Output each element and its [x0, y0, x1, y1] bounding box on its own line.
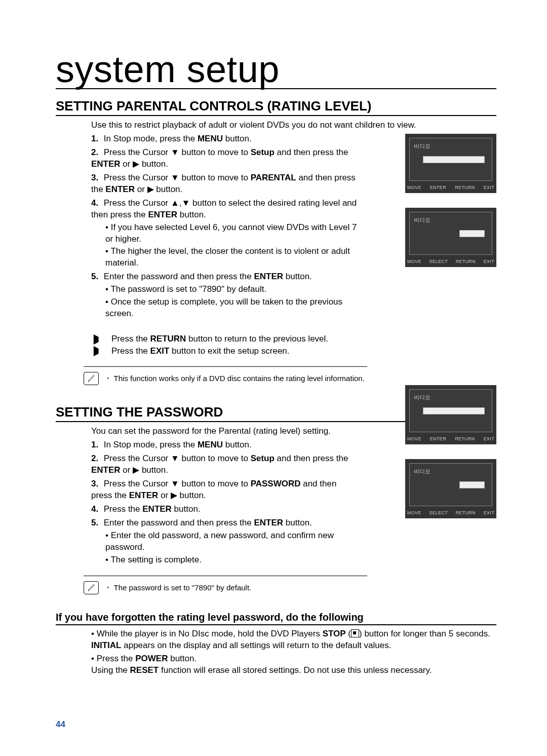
osd-footer-label: EXIT	[484, 259, 494, 264]
step-item: 5. Enter the password and then press the…	[91, 271, 360, 320]
arrow-line: Press the RETURN button to return to the…	[91, 334, 496, 345]
osd-footer-label: SELECT	[429, 510, 448, 515]
divider	[84, 366, 367, 367]
osd-bar	[459, 230, 485, 237]
step-item: 2. Press the Cursor ▼ button to move to …	[91, 147, 360, 170]
pencil-icon	[84, 581, 99, 594]
osd-footer: MOVESELECTRETURNEXIT	[405, 510, 496, 518]
step-bullet: The higher the level, the closer the con…	[105, 246, 359, 269]
heading-parental-text: SETTING PARENTAL CONTROLS (RATING LEVEL)	[56, 98, 372, 114]
osd-panel-3: 비디오 MOVEENTERRETURNEXIT	[405, 385, 496, 444]
step-item: 5. Enter the password and then press the…	[91, 517, 360, 566]
page-title: system setup	[56, 51, 496, 89]
osd-bar	[423, 407, 485, 414]
osd-footer: MOVEENTERRETURNEXIT	[405, 185, 496, 193]
password-note-text: The password is set to "7890" by default…	[107, 581, 251, 592]
heading-password-text: SETTING THE PASSWORD	[56, 404, 223, 420]
parental-arrows: Press the RETURN button to return to the…	[91, 334, 496, 356]
step-bullet: Enter the old password, a new password, …	[105, 530, 359, 553]
parental-note-text: This function works only if a DVD disc c…	[107, 372, 365, 383]
osd-footer-label: RETURN	[455, 185, 475, 190]
osd-footer-label: ENTER	[430, 436, 446, 441]
step-item: 1. In Stop mode, press the MENU button.	[91, 133, 360, 145]
step-bullet: The password is set to "7890" by default…	[105, 284, 359, 295]
osd-bar	[423, 156, 485, 163]
osd-panel-4: 비디오 MOVESELECTRETURNEXIT	[405, 459, 496, 518]
heading-forgotten: If you have forgotten the rating level p…	[56, 612, 496, 625]
list-item: While the player is in No DIsc mode, hol…	[91, 628, 496, 652]
osd-footer-label: EXIT	[484, 436, 494, 441]
osd-footer-label: RETURN	[455, 436, 475, 441]
osd-footer-label: ENTER	[430, 185, 446, 190]
step-item: 3. Press the Cursor ▼ button to move to …	[91, 172, 360, 196]
step-bullet: Once the setup is complete, you will be …	[105, 296, 359, 320]
parental-note: This function works only if a DVD disc c…	[84, 372, 496, 385]
heading-parental: SETTING PARENTAL CONTROLS (RATING LEVEL)	[56, 98, 496, 116]
step-item: 4. Press the Cursor ▲,▼ button to select…	[91, 198, 360, 270]
osd-footer-label: SELECT	[429, 259, 448, 264]
password-note: The password is set to "7890" by default…	[84, 581, 496, 594]
parental-intro: Use this to restrict playback of adult o…	[91, 120, 496, 130]
osd-footer-label: EXIT	[484, 510, 494, 515]
osd-bar	[459, 481, 485, 488]
osd-title: 비디오	[414, 142, 488, 150]
step-item: 2. Press the Cursor ▼ button to move to …	[91, 453, 360, 476]
osd-title: 비디오	[414, 394, 488, 401]
osd-footer-label: MOVE	[407, 510, 421, 515]
osd-title: 비디오	[414, 216, 488, 224]
osd-footer-label: RETURN	[456, 259, 476, 264]
osd-footer: MOVEENTERRETURNEXIT	[405, 436, 496, 444]
osd-footer-label: EXIT	[484, 185, 494, 190]
forgotten-list: While the player is in No DIsc mode, hol…	[91, 628, 496, 676]
osd-title: 비디오	[414, 468, 488, 475]
osd-footer-label: MOVE	[407, 185, 421, 190]
osd-footer-label: MOVE	[407, 259, 421, 264]
osd-footer-label: MOVE	[407, 436, 421, 441]
list-item: Press the POWER button.Using the RESET f…	[91, 653, 496, 676]
step-item: 4. Press the ENTER button.	[91, 504, 360, 515]
pencil-icon	[84, 372, 99, 385]
step-bullet: If you have selected Level 6, you cannot…	[105, 222, 359, 245]
osd-panel-1: 비디오 MOVEENTERRETURNEXIT	[405, 134, 496, 193]
osd-footer: MOVESELECTRETURNEXIT	[405, 259, 496, 267]
osd-footer-label: RETURN	[456, 510, 476, 515]
divider	[84, 576, 367, 576]
step-item: 1. In Stop mode, press the MENU button.	[91, 439, 360, 451]
osd-panel-2: 비디오 MOVESELECTRETURNEXIT	[405, 208, 496, 267]
page-number: 44	[56, 720, 65, 730]
step-bullet: The setting is complete.	[105, 554, 359, 566]
step-item: 3. Press the Cursor ▼ button to move to …	[91, 478, 360, 502]
arrow-line: Press the EXIT button to exit the setup …	[91, 346, 496, 357]
